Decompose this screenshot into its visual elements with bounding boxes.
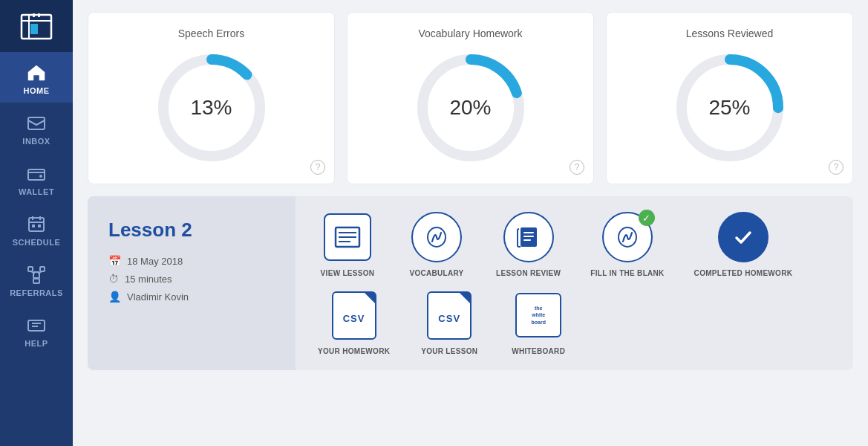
stat-title-vocab: Vocabulary Homework <box>418 28 522 39</box>
action-row-1: VIEW LESSON VOCABULARY <box>318 211 831 277</box>
lesson-review-icon <box>503 212 554 262</box>
sidebar: HOME INBOX WALLET SCHEDULE REFERRALS HEL… <box>0 0 73 446</box>
sidebar-item-wallet[interactable]: WALLET <box>0 153 73 204</box>
csv-fold-1 <box>365 293 375 303</box>
sidebar-item-schedule[interactable]: SCHEDULE <box>0 204 73 254</box>
stat-percent-lessons: 25% <box>708 96 750 120</box>
person-icon: 👤 <box>108 291 121 303</box>
sidebar-logo <box>0 0 73 52</box>
sidebar-item-home[interactable]: HOME <box>0 52 73 103</box>
stat-help-vocab[interactable]: ? <box>570 160 584 175</box>
action-completed-homework[interactable]: COMPLETED HOMEWORK <box>694 211 793 277</box>
lesson-duration: 15 minutes <box>125 274 172 285</box>
lesson-date: 18 May 2018 <box>127 256 183 267</box>
vocabulary-icon <box>411 212 462 262</box>
action-your-lesson[interactable]: CSV YOUR LESSON <box>420 289 479 355</box>
svg-rect-13 <box>32 224 35 227</box>
action-fill-blank[interactable]: ✓ FILL IN THE BLANK <box>590 211 664 277</box>
action-lesson-review[interactable]: LESSON REVIEW <box>496 211 561 277</box>
lesson-actions-panel: VIEW LESSON VOCABULARY <box>296 196 853 370</box>
stat-percent-vocab: 20% <box>449 96 491 120</box>
your-lesson-label: YOUR LESSON <box>421 347 477 355</box>
svg-rect-36 <box>523 232 534 233</box>
stat-title-speech: Speech Errors <box>178 28 244 39</box>
lesson-info-panel: Lesson 2 📅 18 May 2018 ⏱ 15 minutes 👤 Vl… <box>88 196 296 370</box>
svg-rect-5 <box>38 13 40 17</box>
lesson-teacher-item: 👤 Vladimir Kovin <box>108 291 275 303</box>
csv-fold-2 <box>460 293 470 303</box>
lesson-section: Lesson 2 📅 18 May 2018 ⏱ 15 minutes 👤 Vl… <box>88 196 853 370</box>
your-homework-icon-wrap: CSV <box>328 289 380 341</box>
lesson-title: Lesson 2 <box>108 219 275 242</box>
completed-homework-label: COMPLETED HOMEWORK <box>694 269 793 277</box>
lesson-review-icon-wrap <box>503 211 555 263</box>
fill-blank-badge: ✓ <box>639 210 655 226</box>
help-icon <box>26 315 47 336</box>
inbox-icon <box>26 113 47 134</box>
lesson-teacher: Vladimir Kovin <box>127 291 189 303</box>
completed-homework-icon <box>718 212 769 262</box>
action-whiteboard[interactable]: thewhiteboard WHITEBOARD <box>509 289 568 355</box>
lesson-date-item: 📅 18 May 2018 <box>108 255 275 267</box>
whiteboard-board-icon: thewhiteboard <box>515 293 561 337</box>
fill-blank-label: FILL IN THE BLANK <box>590 269 664 277</box>
view-lesson-icon-wrap <box>322 211 373 263</box>
stat-help-lessons[interactable]: ? <box>829 160 843 175</box>
svg-point-8 <box>39 175 42 178</box>
action-vocabulary[interactable]: VOCABULARY <box>407 211 466 277</box>
schedule-icon <box>26 214 47 235</box>
svg-rect-17 <box>40 267 45 271</box>
stat-help-speech[interactable]: ? <box>310 160 325 175</box>
view-lesson-label: VIEW LESSON <box>321 269 375 277</box>
whiteboard-icon-wrap: thewhiteboard <box>512 289 564 341</box>
your-homework-csv-icon: CSV <box>332 291 376 340</box>
view-lesson-icon <box>324 213 371 261</box>
lesson-review-label: LESSON REVIEW <box>496 269 561 277</box>
svg-rect-9 <box>29 218 44 231</box>
stat-title-lessons: Lessons Reviewed <box>686 28 774 39</box>
svg-rect-38 <box>523 239 531 241</box>
lesson-meta: 📅 18 May 2018 ⏱ 15 minutes 👤 Vladimir Ko… <box>108 255 275 303</box>
main-content: Speech Errors 13% ? Vocabulary Homework … <box>73 0 868 446</box>
sidebar-item-inbox[interactable]: INBOX <box>0 103 73 153</box>
action-row-2: CSV YOUR HOMEWORK CSV YOUR LESSON <box>318 289 831 355</box>
donut-lessons: 25% <box>670 48 789 167</box>
lesson-duration-item: ⏱ 15 minutes <box>108 273 275 285</box>
donut-speech: 13% <box>152 48 271 167</box>
app-logo <box>18 7 55 45</box>
svg-rect-6 <box>28 117 45 129</box>
wallet-icon <box>26 164 47 184</box>
referrals-icon <box>26 265 47 285</box>
vocabulary-icon-wrap <box>411 211 463 263</box>
stat-card-vocab: Vocabulary Homework 20% ? <box>347 12 594 184</box>
home-icon <box>26 62 47 83</box>
your-lesson-icon-wrap: CSV <box>423 289 475 341</box>
vocabulary-label: VOCABULARY <box>409 269 463 277</box>
stat-percent-speech: 13% <box>190 96 232 120</box>
svg-rect-3 <box>30 24 38 34</box>
svg-rect-7 <box>28 169 45 180</box>
clock-icon: ⏱ <box>108 273 119 285</box>
svg-rect-16 <box>28 267 33 271</box>
svg-rect-4 <box>33 13 35 17</box>
completed-homework-icon-wrap <box>717 211 769 263</box>
stat-card-speech-errors: Speech Errors 13% ? <box>88 12 335 184</box>
donut-vocab: 20% <box>411 48 530 167</box>
action-your-homework[interactable]: CSV YOUR HOMEWORK <box>318 289 390 355</box>
sidebar-item-referrals[interactable]: REFERRALS <box>0 254 73 305</box>
your-homework-label: YOUR HOMEWORK <box>318 347 390 355</box>
svg-rect-37 <box>523 236 534 237</box>
action-view-lesson[interactable]: VIEW LESSON <box>318 211 377 277</box>
stats-row: Speech Errors 13% ? Vocabulary Homework … <box>88 12 853 184</box>
svg-rect-14 <box>38 224 41 227</box>
svg-rect-18 <box>33 279 39 283</box>
sidebar-item-help[interactable]: HELP <box>0 305 73 355</box>
your-lesson-csv-icon: CSV <box>427 291 471 340</box>
stat-card-lessons: Lessons Reviewed 25% ? <box>606 12 853 184</box>
calendar-icon: 📅 <box>108 255 121 267</box>
whiteboard-label: WHITEBOARD <box>512 347 565 355</box>
fill-blank-icon-wrap: ✓ <box>601 211 653 263</box>
